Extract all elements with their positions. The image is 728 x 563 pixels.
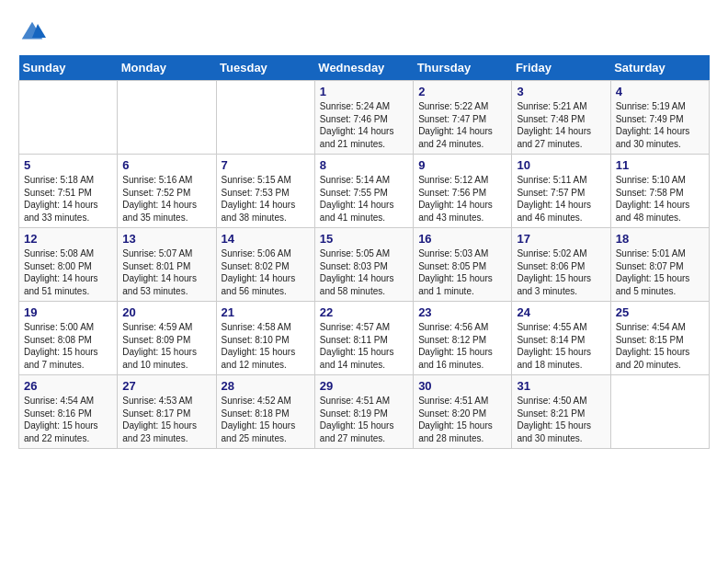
- day-number: 22: [320, 305, 408, 319]
- day-info: Sunrise: 5:01 AMSunset: 8:07 PMDaylight:…: [616, 247, 704, 297]
- calendar-body: 1Sunrise: 5:24 AMSunset: 7:46 PMDaylight…: [19, 81, 710, 449]
- day-info: Sunrise: 5:24 AMSunset: 7:46 PMDaylight:…: [320, 100, 408, 150]
- day-number: 16: [418, 232, 506, 246]
- calendar-cell: [216, 81, 314, 155]
- calendar-cell: [118, 81, 216, 155]
- day-info: Sunrise: 5:06 AMSunset: 8:02 PMDaylight:…: [222, 247, 310, 297]
- day-info: Sunrise: 5:12 AMSunset: 7:56 PMDaylight:…: [418, 174, 506, 224]
- day-info: Sunrise: 4:57 AMSunset: 8:11 PMDaylight:…: [320, 321, 408, 371]
- calendar-cell: 30Sunrise: 4:51 AMSunset: 8:20 PMDayligh…: [414, 375, 512, 449]
- day-number: 6: [122, 158, 210, 172]
- day-number: 20: [122, 305, 210, 319]
- day-number: 5: [24, 158, 112, 172]
- day-info: Sunrise: 5:02 AMSunset: 8:06 PMDaylight:…: [517, 247, 605, 297]
- calendar-cell: 23Sunrise: 4:56 AMSunset: 8:12 PMDayligh…: [414, 302, 512, 375]
- day-info: Sunrise: 5:10 AMSunset: 7:58 PMDaylight:…: [616, 174, 704, 224]
- calendar-cell: 13Sunrise: 5:07 AMSunset: 8:01 PMDayligh…: [118, 228, 216, 302]
- calendar-cell: 16Sunrise: 5:03 AMSunset: 8:05 PMDayligh…: [414, 228, 512, 302]
- weekday-header: Sunday: [19, 55, 118, 81]
- page-header: [18, 18, 710, 46]
- day-number: 21: [222, 305, 310, 319]
- day-number: 1: [320, 85, 408, 98]
- day-info: Sunrise: 5:05 AMSunset: 8:03 PMDaylight:…: [320, 247, 408, 297]
- day-number: 19: [24, 305, 112, 319]
- day-info: Sunrise: 4:54 AMSunset: 8:15 PMDaylight:…: [616, 321, 704, 371]
- calendar-week-row: 19Sunrise: 5:00 AMSunset: 8:08 PMDayligh…: [19, 302, 710, 375]
- calendar-cell: 26Sunrise: 4:54 AMSunset: 8:16 PMDayligh…: [19, 375, 118, 449]
- day-number: 3: [517, 85, 605, 98]
- weekday-header: Wednesday: [314, 55, 413, 81]
- logo: [18, 18, 50, 46]
- day-number: 27: [122, 379, 210, 393]
- calendar-cell: 6Sunrise: 5:16 AMSunset: 7:52 PMDaylight…: [118, 155, 216, 228]
- calendar-cell: 18Sunrise: 5:01 AMSunset: 8:07 PMDayligh…: [610, 228, 709, 302]
- calendar-cell: 17Sunrise: 5:02 AMSunset: 8:06 PMDayligh…: [512, 228, 610, 302]
- day-number: 4: [616, 85, 704, 98]
- day-number: 7: [222, 158, 310, 172]
- day-info: Sunrise: 4:54 AMSunset: 8:16 PMDaylight:…: [24, 395, 112, 444]
- day-number: 23: [418, 305, 506, 319]
- calendar-cell: 21Sunrise: 4:58 AMSunset: 8:10 PMDayligh…: [216, 302, 314, 375]
- weekday-header: Tuesday: [216, 55, 314, 81]
- calendar-cell: 12Sunrise: 5:08 AMSunset: 8:00 PMDayligh…: [19, 228, 118, 302]
- calendar-cell: 14Sunrise: 5:06 AMSunset: 8:02 PMDayligh…: [216, 228, 314, 302]
- day-info: Sunrise: 4:52 AMSunset: 8:18 PMDaylight:…: [222, 395, 310, 444]
- day-number: 10: [517, 158, 605, 172]
- calendar-cell: 19Sunrise: 5:00 AMSunset: 8:08 PMDayligh…: [19, 302, 118, 375]
- day-info: Sunrise: 5:11 AMSunset: 7:57 PMDaylight:…: [517, 174, 605, 224]
- day-number: 24: [517, 305, 605, 319]
- calendar-cell: 8Sunrise: 5:14 AMSunset: 7:55 PMDaylight…: [314, 155, 413, 228]
- day-info: Sunrise: 5:19 AMSunset: 7:49 PMDaylight:…: [616, 100, 704, 150]
- logo-icon: [18, 18, 46, 46]
- day-info: Sunrise: 5:00 AMSunset: 8:08 PMDaylight:…: [24, 321, 112, 371]
- day-info: Sunrise: 5:16 AMSunset: 7:52 PMDaylight:…: [122, 174, 210, 224]
- calendar-header: SundayMondayTuesdayWednesdayThursdayFrid…: [19, 55, 710, 81]
- calendar-cell: 11Sunrise: 5:10 AMSunset: 7:58 PMDayligh…: [610, 155, 709, 228]
- calendar-cell: 3Sunrise: 5:21 AMSunset: 7:48 PMDaylight…: [512, 81, 610, 155]
- calendar-cell: 1Sunrise: 5:24 AMSunset: 7:46 PMDaylight…: [314, 81, 413, 155]
- calendar-cell: 25Sunrise: 4:54 AMSunset: 8:15 PMDayligh…: [610, 302, 709, 375]
- weekday-header: Saturday: [610, 55, 709, 81]
- calendar-cell: 29Sunrise: 4:51 AMSunset: 8:19 PMDayligh…: [314, 375, 413, 449]
- day-info: Sunrise: 5:03 AMSunset: 8:05 PMDaylight:…: [418, 247, 506, 297]
- calendar-cell: 22Sunrise: 4:57 AMSunset: 8:11 PMDayligh…: [314, 302, 413, 375]
- day-info: Sunrise: 5:08 AMSunset: 8:00 PMDaylight:…: [24, 247, 112, 297]
- calendar-week-row: 12Sunrise: 5:08 AMSunset: 8:00 PMDayligh…: [19, 228, 710, 302]
- calendar-cell: 31Sunrise: 4:50 AMSunset: 8:21 PMDayligh…: [512, 375, 610, 449]
- calendar-cell: 15Sunrise: 5:05 AMSunset: 8:03 PMDayligh…: [314, 228, 413, 302]
- day-info: Sunrise: 4:58 AMSunset: 8:10 PMDaylight:…: [222, 321, 310, 371]
- calendar-cell: [19, 81, 118, 155]
- day-info: Sunrise: 5:22 AMSunset: 7:47 PMDaylight:…: [418, 100, 506, 150]
- day-number: 30: [418, 379, 506, 393]
- weekday-header: Thursday: [414, 55, 512, 81]
- day-number: 14: [222, 232, 310, 246]
- day-number: 12: [24, 232, 112, 246]
- calendar-cell: 28Sunrise: 4:52 AMSunset: 8:18 PMDayligh…: [216, 375, 314, 449]
- weekday-header-row: SundayMondayTuesdayWednesdayThursdayFrid…: [19, 55, 710, 81]
- weekday-header: Friday: [512, 55, 610, 81]
- day-number: 26: [24, 379, 112, 393]
- calendar-cell: 2Sunrise: 5:22 AMSunset: 7:47 PMDaylight…: [414, 81, 512, 155]
- weekday-header: Monday: [118, 55, 216, 81]
- day-info: Sunrise: 4:51 AMSunset: 8:20 PMDaylight:…: [418, 395, 506, 444]
- day-info: Sunrise: 5:07 AMSunset: 8:01 PMDaylight:…: [122, 247, 210, 297]
- calendar-cell: 27Sunrise: 4:53 AMSunset: 8:17 PMDayligh…: [118, 375, 216, 449]
- day-number: 18: [616, 232, 704, 246]
- day-info: Sunrise: 5:14 AMSunset: 7:55 PMDaylight:…: [320, 174, 408, 224]
- day-number: 17: [517, 232, 605, 246]
- day-number: 13: [122, 232, 210, 246]
- day-info: Sunrise: 4:50 AMSunset: 8:21 PMDaylight:…: [517, 395, 605, 444]
- calendar-table: SundayMondayTuesdayWednesdayThursdayFrid…: [18, 55, 710, 449]
- day-number: 25: [616, 305, 704, 319]
- day-number: 28: [222, 379, 310, 393]
- day-number: 29: [320, 379, 408, 393]
- day-number: 11: [616, 158, 704, 172]
- day-info: Sunrise: 5:15 AMSunset: 7:53 PMDaylight:…: [222, 174, 310, 224]
- calendar-cell: 7Sunrise: 5:15 AMSunset: 7:53 PMDaylight…: [216, 155, 314, 228]
- day-info: Sunrise: 4:56 AMSunset: 8:12 PMDaylight:…: [418, 321, 506, 371]
- calendar-cell: [610, 375, 709, 449]
- day-number: 8: [320, 158, 408, 172]
- day-info: Sunrise: 4:55 AMSunset: 8:14 PMDaylight:…: [517, 321, 605, 371]
- calendar-week-row: 26Sunrise: 4:54 AMSunset: 8:16 PMDayligh…: [19, 375, 710, 449]
- calendar-cell: 4Sunrise: 5:19 AMSunset: 7:49 PMDaylight…: [610, 81, 709, 155]
